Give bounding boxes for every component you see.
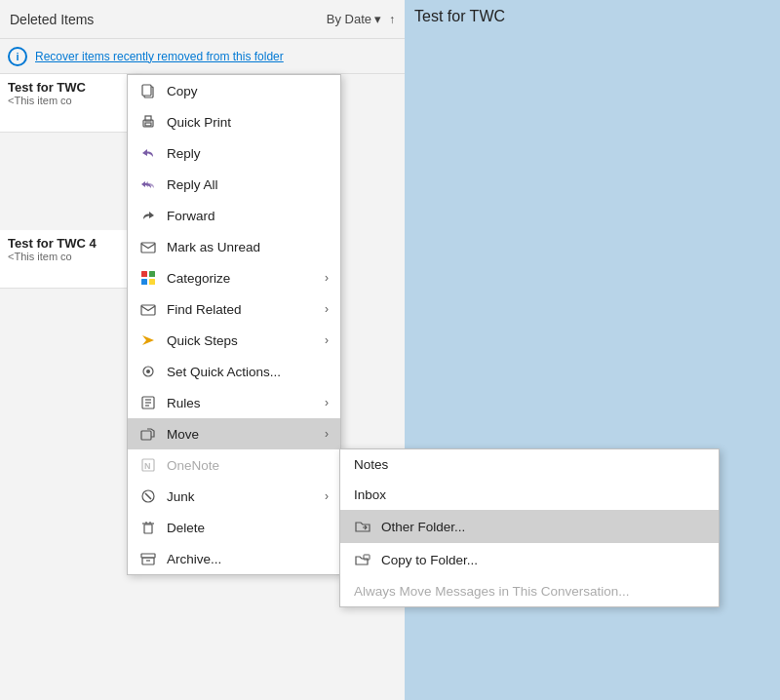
menu-item-delete[interactable]: Delete xyxy=(128,512,340,543)
other-folder-label: Other Folder... xyxy=(381,520,465,534)
menu-item-move[interactable]: Move › xyxy=(128,418,340,449)
submenu-item-copy-to-folder[interactable]: Copy to Folder... xyxy=(340,543,719,576)
menu-item-quick-steps[interactable]: Quick Steps › xyxy=(128,325,340,356)
reply-label: Reply xyxy=(167,146,201,161)
svg-rect-9 xyxy=(149,279,155,285)
copy-icon xyxy=(139,82,157,99)
find-related-label: Find Related xyxy=(167,302,242,317)
categorize-label: Categorize xyxy=(167,271,230,286)
info-icon: i xyxy=(8,47,27,66)
always-move-label: Always Move Messages in This Conversatio… xyxy=(354,584,630,599)
reply-all-icon xyxy=(139,175,157,193)
move-label: Move xyxy=(167,427,199,442)
junk-arrow-icon: › xyxy=(325,489,329,503)
info-bar: i Recover items recently removed from th… xyxy=(0,39,405,74)
forward-label: Forward xyxy=(167,209,215,223)
svg-rect-7 xyxy=(149,271,155,277)
menu-item-copy[interactable]: Copy xyxy=(128,75,340,106)
copy-to-folder-label: Copy to Folder... xyxy=(381,553,478,567)
quick-steps-arrow-icon: › xyxy=(325,333,329,347)
menu-item-junk[interactable]: Junk › xyxy=(128,481,340,512)
menu-item-onenote: N OneNote xyxy=(128,449,340,481)
find-related-arrow-icon: › xyxy=(325,302,329,316)
svg-rect-4 xyxy=(145,123,151,126)
rules-arrow-icon: › xyxy=(325,396,329,409)
categorize-arrow-icon: › xyxy=(325,271,329,285)
chevron-down-icon: ▾ xyxy=(374,12,381,26)
reply-all-label: Reply All xyxy=(167,177,218,192)
email-subject-1: Test for TWC xyxy=(8,80,119,95)
header-controls: By Date ▾ ↑ xyxy=(327,12,395,26)
menu-item-reply-all[interactable]: Reply All xyxy=(128,169,340,200)
rules-icon xyxy=(139,394,157,411)
menu-item-reply[interactable]: Reply xyxy=(128,137,340,169)
svg-text:N: N xyxy=(144,461,151,471)
menu-item-forward[interactable]: Forward xyxy=(128,200,340,231)
header-bar: Deleted Items By Date ▾ ↑ xyxy=(0,0,405,39)
sort-button[interactable]: By Date ▾ xyxy=(327,12,381,26)
submenu-item-other-folder[interactable]: Other Folder... xyxy=(340,510,719,543)
move-arrow-icon: › xyxy=(325,427,329,441)
junk-icon xyxy=(139,487,157,505)
quick-print-label: Quick Print xyxy=(167,115,231,130)
mark-unread-icon xyxy=(139,238,157,255)
right-panel-title: Test for TWC xyxy=(414,8,505,25)
svg-line-22 xyxy=(145,493,151,499)
forward-icon xyxy=(139,207,157,224)
menu-item-categorize[interactable]: Categorize › xyxy=(128,262,340,293)
categorize-icon xyxy=(139,269,157,287)
archive-label: Archive... xyxy=(167,552,221,566)
svg-rect-23 xyxy=(144,525,152,533)
menu-item-rules[interactable]: Rules › xyxy=(128,387,340,418)
delete-label: Delete xyxy=(167,521,205,535)
reply-icon xyxy=(139,144,157,162)
menu-item-set-quick-actions[interactable]: Set Quick Actions... xyxy=(128,356,340,387)
quick-steps-icon xyxy=(139,331,157,349)
submenu-item-always-move: Always Move Messages in This Conversatio… xyxy=(340,576,719,606)
svg-rect-6 xyxy=(141,271,147,277)
email-item-2[interactable]: Test for TWC 4 <This item co xyxy=(0,230,127,289)
inbox-label: Inbox xyxy=(354,487,386,502)
onenote-label: OneNote xyxy=(167,458,219,473)
quick-steps-label: Quick Steps xyxy=(167,333,238,348)
email-item-1[interactable]: Test for TWC <This item co xyxy=(0,74,127,133)
menu-item-find-related[interactable]: Find Related › xyxy=(128,293,340,325)
delete-icon xyxy=(139,519,157,536)
junk-label: Junk xyxy=(167,489,195,504)
email-preview-1: <This item co xyxy=(8,95,119,106)
menu-item-archive[interactable]: Archive... xyxy=(128,543,340,574)
print-icon xyxy=(139,113,157,131)
svg-rect-18 xyxy=(141,431,151,440)
submenu-item-inbox[interactable]: Inbox xyxy=(340,480,719,510)
menu-item-mark-unread[interactable]: Mark as Unread xyxy=(128,231,340,262)
onenote-icon: N xyxy=(139,456,157,474)
other-folder-icon xyxy=(354,518,371,535)
recover-link[interactable]: Recover items recently removed from this… xyxy=(35,50,284,63)
sort-direction-icon[interactable]: ↑ xyxy=(389,13,395,26)
context-menu: Copy Quick Print Reply Reply All Forward… xyxy=(127,74,341,575)
sort-label: By Date xyxy=(327,12,371,26)
email-subject-2: Test for TWC 4 xyxy=(8,236,119,251)
rules-label: Rules xyxy=(167,396,201,410)
svg-point-13 xyxy=(146,369,150,373)
submenu-move: Notes Inbox Other Folder... Copy to Fold… xyxy=(339,448,720,607)
copy-folder-icon xyxy=(354,551,371,568)
mark-unread-label: Mark as Unread xyxy=(167,240,260,254)
archive-icon xyxy=(139,550,157,567)
move-icon xyxy=(139,425,157,443)
copy-label: Copy xyxy=(167,84,198,98)
svg-rect-1 xyxy=(142,85,151,96)
submenu-item-notes[interactable]: Notes xyxy=(340,449,719,480)
set-quick-actions-label: Set Quick Actions... xyxy=(167,365,281,379)
svg-rect-8 xyxy=(141,279,147,285)
notes-label: Notes xyxy=(354,457,388,472)
folder-title: Deleted Items xyxy=(10,12,94,27)
find-related-icon xyxy=(139,300,157,318)
menu-item-quick-print[interactable]: Quick Print xyxy=(128,106,340,137)
svg-marker-11 xyxy=(142,335,154,345)
email-preview-2: <This item co xyxy=(8,251,119,262)
set-quick-actions-icon xyxy=(139,363,157,380)
